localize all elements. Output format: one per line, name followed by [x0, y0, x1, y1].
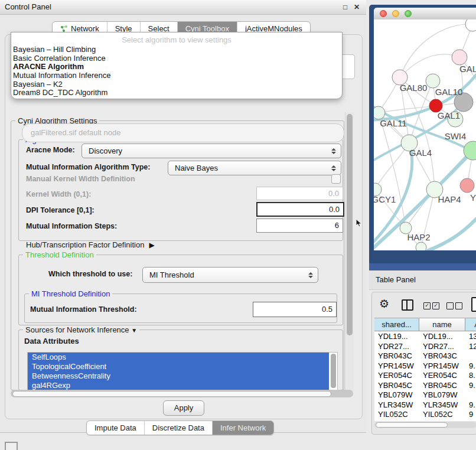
table-selector-combo[interactable]: galFiltered.sif default node — [22, 123, 344, 142]
settings-horizontal-scrollbar[interactable] — [11, 390, 353, 397]
node-label-y: Y — [470, 193, 476, 203]
network-node-gal10[interactable] — [426, 74, 440, 88]
node-label-gal11: GAL11 — [380, 118, 407, 128]
scrollbar-thumb[interactable] — [12, 391, 331, 397]
data-attributes-list[interactable]: SelfLoopsTopologicalCoefficientBetweenne… — [27, 352, 338, 391]
new-column-icon[interactable] — [471, 297, 476, 312]
algorithm-option-bayesian-k2[interactable]: Bayesian – K2 — [11, 80, 342, 89]
hub-definition-toggle[interactable]: Hub/Transcription Factor Definition▶ — [26, 240, 155, 249]
algorithm-option-basic-correlation-inference[interactable]: Basic Correlation Inference — [11, 54, 342, 63]
network-node-gal11[interactable] — [374, 106, 385, 119]
scrollbar-thumb[interactable] — [347, 114, 353, 335]
mi-threshold-input[interactable]: 0.5 — [253, 302, 337, 317]
algorithm-dropdown-items: Bayesian – Hill ClimbingBasic Correlatio… — [11, 45, 342, 97]
network-node-y[interactable] — [460, 178, 474, 193]
tab-discretize-data[interactable]: Discretize Data — [144, 421, 212, 435]
threshold-definition-title: Threshold Definition — [23, 250, 96, 259]
network-window-titlebar[interactable] — [374, 8, 476, 20]
table-row[interactable]: YBR045CYBR045C9. — [374, 381, 476, 391]
table-row[interactable]: YLR345WYLR345W9. — [374, 400, 476, 410]
mi-threshold-label: Mutual Information Threshold: — [30, 305, 137, 314]
node-label-gal4: GAL4 — [409, 148, 432, 158]
kernel-width-input[interactable]: 0.0 — [256, 187, 343, 200]
network-node[interactable] — [416, 242, 426, 250]
mi-algorithm-type-combo[interactable]: Naive Bayes — [168, 161, 341, 175]
column-header-a[interactable]: A — [465, 318, 476, 331]
network-icon — [60, 25, 68, 32]
which-threshold-combo[interactable]: MI Threshold — [142, 267, 318, 283]
network-window-frame-light — [369, 263, 476, 270]
table-cell: YDL19... — [423, 332, 476, 342]
tab-label: Infer Network — [220, 423, 266, 432]
stepper-icon — [308, 272, 313, 278]
table-cell: YBL079W — [423, 390, 476, 400]
which-threshold-value: MI Threshold — [143, 270, 308, 279]
select-all-icon[interactable]: ✓✓ — [423, 302, 439, 309]
node-label-gal1: GAL1 — [438, 110, 460, 120]
mac-zoom-button[interactable] — [405, 10, 412, 17]
algorithm-option-bayesian-hill-climbing[interactable]: Bayesian – Hill Climbing — [11, 45, 342, 54]
attribute-selfloops[interactable]: SelfLoops — [28, 353, 329, 362]
dpi-tolerance-label: DPI Tolerance [0,1]: — [26, 206, 94, 214]
mi-steps-input[interactable]: 6 — [256, 219, 343, 233]
node-label-gal10: GAL10 — [435, 87, 463, 97]
apply-button[interactable]: Apply — [163, 400, 204, 416]
table-row[interactable]: YIL052CYIL052C9 — [374, 410, 476, 420]
node-table[interactable]: shared...nameA YDL19...YDL19...13YDR27..… — [374, 318, 476, 421]
data-attributes-items: SelfLoopsTopologicalCoefficientBetweenne… — [28, 353, 337, 390]
table-cell: YBR045C — [423, 381, 476, 391]
control-panel-titlebar[interactable]: Control Panel □ ✕ — [0, 0, 366, 15]
kernel-width-label: Kernel Width (0,1): — [26, 190, 91, 198]
algorithm-option-mutual-information-inference[interactable]: Mutual Information Inference — [11, 71, 342, 80]
sources-group-title[interactable]: Sources for Network Inference ▼ — [23, 325, 139, 334]
close-icon[interactable]: ✕ — [354, 3, 360, 11]
table-cell: 9 — [469, 410, 476, 420]
manual-kernel-width-label: Manual Kernel Width Definition — [26, 175, 135, 183]
table-cell: 8. — [469, 371, 476, 381]
node-label-hap2: HAP2 — [407, 232, 430, 242]
mi-algorithm-type-value: Naive Bayes — [168, 164, 331, 172]
split-columns-icon[interactable] — [402, 299, 413, 311]
control-panel-title: Control Panel — [5, 2, 51, 11]
table-row[interactable]: YER054CYER054C8. — [374, 371, 476, 381]
dpi-tolerance-input[interactable]: 0.0 — [256, 202, 344, 217]
gear-icon[interactable]: ⚙ — [379, 297, 389, 311]
tab-infer-network[interactable]: Infer Network — [212, 421, 273, 435]
float-window-icon[interactable]: □ — [343, 3, 347, 11]
attribute-gal4rgexp[interactable]: gal4RGexp — [28, 381, 329, 390]
algorithm-dropdown[interactable]: Select algorithm to view settings Bayesi… — [11, 32, 343, 99]
mac-close-button[interactable] — [380, 10, 387, 17]
node-label-hap4: HAP4 — [438, 194, 461, 204]
tab-impute-data[interactable]: Impute Data — [87, 421, 144, 435]
table-row[interactable]: YPR145WYPR145W9. — [374, 361, 476, 371]
table-horizontal-scrollbar[interactable] — [374, 422, 476, 428]
table-cell: YLR345W — [423, 400, 476, 410]
mac-minimize-button[interactable] — [392, 10, 399, 17]
table-cell: YDR27... — [423, 342, 476, 352]
column-header-name[interactable]: name — [419, 318, 465, 331]
table-row[interactable]: YBR043CYBR043C — [374, 351, 476, 361]
docked-panel-icon[interactable] — [5, 442, 18, 450]
network-canvas[interactable]: GALGAL80GAL10GAL1SWI4GAL11GAL4GCY1HAP4YH… — [374, 19, 476, 250]
manual-kernel-width-checkbox[interactable] — [331, 174, 341, 184]
settings-vertical-scrollbar[interactable] — [345, 112, 354, 394]
scrollbar-thumb[interactable] — [376, 422, 448, 428]
network-node-gal[interactable] — [452, 50, 467, 65]
algorithm-option-aracne-algorithm[interactable]: ARACNE Algorithm — [11, 63, 342, 71]
tab-label: Discretize Data — [152, 423, 204, 432]
attribute-topologicalcoefficient[interactable]: TopologicalCoefficient — [28, 362, 329, 371]
table-row[interactable]: YDR27...YDR27...12 — [374, 342, 476, 352]
stepper-icon — [331, 148, 336, 154]
table-row[interactable]: YDL19...YDL19...13 — [374, 332, 476, 342]
hub-definition-label: Hub/Transcription Factor Definition — [26, 240, 144, 249]
table-row[interactable]: YBL079WYBL079W — [374, 390, 476, 400]
bottom-tab-bar: Impute DataDiscretize DataInfer Network — [86, 420, 274, 435]
attribute-betweennesscentrality[interactable]: BetweennessCentrality — [28, 371, 329, 381]
column-header-shared[interactable]: shared... — [374, 318, 419, 331]
network-node[interactable] — [465, 19, 476, 31]
algorithm-option-dream8-dc-tdc-algorithm[interactable]: Dream8 DC_TDC Algorithm — [11, 89, 342, 97]
list-scrollbar[interactable] — [331, 354, 336, 388]
tab-label: Impute Data — [94, 423, 136, 432]
deselect-all-icon[interactable] — [446, 302, 462, 309]
aracne-mode-combo[interactable]: Discovery — [81, 144, 341, 158]
